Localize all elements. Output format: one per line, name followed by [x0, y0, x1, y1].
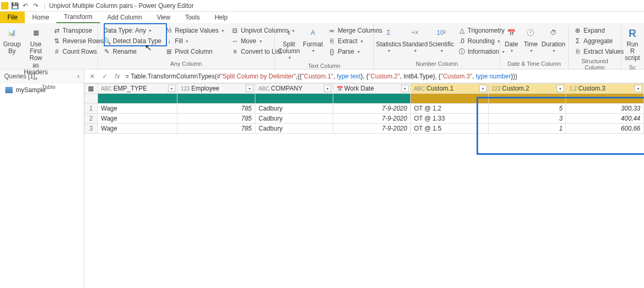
filter-icon[interactable]: ▾	[324, 85, 331, 92]
table-row[interactable]: 1 Wage 785 Cadbury 7-9-2020 OT @ 1.2 5 3…	[85, 104, 644, 114]
ribbon-group-table: 📊 Group By ▦ Use First Row as Headers▾ ⇄…	[0, 23, 98, 69]
filter-icon[interactable]: ▾	[246, 85, 253, 92]
cell-custom1[interactable]: OT @ 1.33	[411, 114, 489, 124]
ribbon-group-date-time-label: Date & Time Column	[502, 59, 566, 68]
scientific-button[interactable]: 10²Scientific▾	[429, 25, 454, 55]
run-r-script-button[interactable]: RRun R script	[623, 25, 641, 63]
grid-corner[interactable]: ▦	[85, 84, 98, 94]
filter-icon[interactable]: ▾	[557, 85, 564, 92]
cell-custom3[interactable]: 400,44	[566, 114, 644, 124]
cell-emp-type[interactable]: Wage	[97, 124, 177, 134]
ribbon-group-number-column-label: Number Column	[376, 59, 498, 68]
cell-custom3[interactable]: 600,66	[566, 124, 644, 134]
parse-icon: {}	[328, 48, 335, 55]
cell-work-date[interactable]: 7-9-2020	[333, 104, 411, 114]
save-icon[interactable]: 💾	[11, 2, 19, 10]
cell-employee[interactable]: 785	[177, 104, 255, 114]
tab-transform[interactable]: Transform	[56, 12, 100, 23]
tab-tools[interactable]: Tools	[177, 12, 207, 23]
column-header-custom1[interactable]: ABCCustom.1▾	[411, 84, 489, 94]
ribbon-group-date-time: 📅Date▾ 🕐Time▾ ⏱Duration▾ Date & Time Col…	[500, 23, 569, 69]
tab-help[interactable]: Help	[207, 12, 235, 23]
cell-custom3[interactable]: 300,33	[566, 104, 644, 114]
expand-button[interactable]: ⊕Expand	[571, 25, 627, 36]
fx-icon[interactable]: fx	[113, 72, 122, 81]
aggregate-icon: Σ	[574, 37, 581, 45]
separator: |	[44, 2, 45, 9]
table-row[interactable]: 2 Wage 785 Cadbury 7-9-2020 OT @ 1.33 3 …	[85, 114, 644, 124]
column-header-employee[interactable]: 123Employee▾	[177, 84, 255, 94]
time-button[interactable]: 🕐Time▾	[522, 25, 540, 55]
replace-values-label: Replace Values	[175, 27, 219, 34]
tab-add-column[interactable]: Add Column	[100, 12, 150, 23]
undo-icon[interactable]: ↶	[21, 2, 29, 10]
pivot-column-icon: ⊞	[165, 48, 173, 55]
information-icon: ⓘ	[458, 48, 465, 55]
cell-work-date[interactable]: 7-9-2020	[333, 124, 411, 134]
aggregate-button[interactable]: ΣAggregate	[571, 36, 627, 46]
use-first-row-button[interactable]: ▦ Use First Row as Headers▾	[23, 25, 48, 83]
statistics-label: Statistics	[376, 41, 401, 48]
tab-view[interactable]: View	[150, 12, 178, 23]
cell-custom2[interactable]: 3	[488, 114, 566, 124]
ribbon-group-structured: ⊕Expand ΣAggregate ⎘Extract Values Struc…	[569, 23, 621, 69]
column-header-custom2[interactable]: 123Custom.2▾	[488, 84, 566, 94]
tab-home[interactable]: Home	[25, 12, 56, 23]
column-header-custom3[interactable]: 1.2Custom.3▾	[566, 84, 644, 94]
expand-icon: ⊕	[574, 27, 581, 34]
column-header-work-date[interactable]: 📅Work Date▾	[333, 84, 411, 94]
tab-file[interactable]: File	[0, 12, 25, 23]
filter-icon[interactable]: ▾	[401, 85, 409, 92]
main-pane: ✕ ✓ fx = Table.TransformColumnTypes(#"Sp…	[84, 69, 644, 288]
cell-custom2[interactable]: 5	[488, 104, 566, 114]
extract-values-button[interactable]: ⎘Extract Values	[571, 46, 627, 57]
column-header-company-label: COMPANY	[271, 85, 303, 92]
filter-icon[interactable]: ▾	[479, 85, 487, 92]
column-header-work-date-label: Work Date	[344, 85, 374, 92]
redo-icon[interactable]: ↷	[32, 2, 40, 10]
cell-employee[interactable]: 785	[177, 114, 255, 124]
duration-button[interactable]: ⏱Duration▾	[541, 25, 566, 55]
group-by-button[interactable]: 📊 Group By	[2, 25, 22, 56]
cell-work-date[interactable]: 7-9-2020	[333, 114, 411, 124]
ribbon-group-text-column-label: Text Column	[277, 62, 371, 70]
cell-custom1[interactable]: OT @ 1.2	[411, 104, 489, 114]
table-row[interactable]: 3 Wage 785 Cadbury 7-9-2020 OT @ 1.5 1 6…	[85, 124, 644, 134]
date-button[interactable]: 📅Date▾	[502, 25, 521, 55]
cell-emp-type[interactable]: Wage	[97, 114, 177, 124]
cell-employee[interactable]: 785	[177, 124, 255, 134]
duration-icon: ⏱	[546, 26, 561, 40]
column-header-company[interactable]: ABCCOMPANY▾	[255, 84, 333, 94]
data-type-button[interactable]: Data Type: Any▾	[100, 25, 161, 36]
accept-formula-icon[interactable]: ✓	[100, 72, 110, 81]
data-grid-wrap: ▦ ABCEMP_TYPE▾ 123Employee▾ ABCCOMPANY▾ …	[84, 83, 644, 288]
ribbon-group-text-column: ⫴ Split Column▾ A Format▾ ⫘Merge Columns…	[275, 23, 374, 69]
filter-icon[interactable]: ▾	[168, 85, 175, 92]
column-header-emp-type[interactable]: ABCEMP_TYPE▾	[97, 84, 177, 94]
trigonometry-icon: △	[458, 27, 465, 34]
standard-button[interactable]: ÷×Standard▾	[402, 25, 428, 55]
cell-custom2[interactable]: 1	[488, 124, 566, 134]
cell-company[interactable]: Cadbury	[255, 114, 333, 124]
column-header-custom2-label: Custom.2	[502, 85, 529, 92]
filter-icon[interactable]: ▾	[635, 85, 642, 92]
replace-values-button[interactable]: ½Replace Values▾	[162, 25, 227, 36]
detect-data-type-button[interactable]: 🔍Detect Data Type	[100, 36, 161, 46]
date-type-icon: 📅	[336, 86, 343, 92]
group-by-label: Group By	[3, 41, 21, 55]
detect-data-type-icon: 🔍	[103, 37, 111, 45]
statistics-button[interactable]: ΣStatistics▾	[376, 25, 401, 55]
fill-button[interactable]: ↓Fill▾	[162, 36, 227, 46]
format-button[interactable]: A Format▾	[302, 25, 324, 55]
formula-text[interactable]: = Table.TransformColumnTypes(#"Split Col…	[125, 73, 641, 80]
cell-company[interactable]: Cadbury	[255, 104, 333, 114]
fill-icon: ↓	[165, 37, 173, 45]
cell-custom1[interactable]: OT @ 1.5	[411, 124, 489, 134]
cell-company[interactable]: Cadbury	[255, 124, 333, 134]
rename-button[interactable]: ✎Rename	[100, 46, 161, 57]
pivot-column-button[interactable]: ⊞Pivot Column	[162, 46, 227, 57]
cell-emp-type[interactable]: Wage	[97, 104, 177, 114]
split-column-button[interactable]: ⫴ Split Column▾	[277, 25, 301, 62]
cancel-formula-icon[interactable]: ✕	[87, 72, 97, 81]
queries-pane: Queries [1] ‹ mySample	[0, 69, 84, 288]
